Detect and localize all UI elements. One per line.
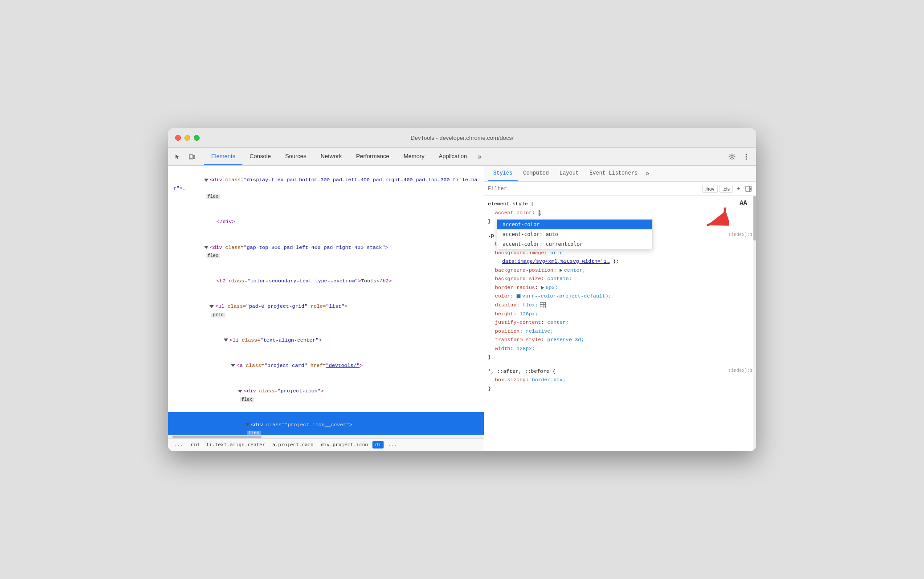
close-button[interactable] [175,135,181,141]
styles-tab-more[interactable]: » [643,170,652,177]
devtools-window: DevTools - developer.chrome.com/docs/ El… [168,128,756,451]
expand-icon-7[interactable] [231,364,235,367]
toggle-sidebar-icon[interactable] [744,185,752,193]
dom-line-6[interactable]: <li class="text-align-center"> [168,327,484,353]
css-rule-header-universal: *, ::after, ::before { (index):1 [488,367,752,376]
cls-button[interactable]: .cls [720,185,733,193]
breadcrumb-li[interactable]: li.text-align-center [204,441,268,449]
dom-scrollbar[interactable] [168,435,484,438]
css-bg-image-link[interactable]: data:image/svg+xml,%3Csvg width='1… ); [488,257,752,266]
styles-scrollbar[interactable] [753,196,756,451]
breadcrumb-dots[interactable]: ... [172,441,186,449]
styles-tab-event-listeners[interactable]: Event Listeners [584,166,643,181]
cursor-icon[interactable] [172,151,184,163]
tab-network[interactable]: Network [314,148,349,165]
expand-icon-6[interactable] [224,338,228,342]
css-prop-display: display: flex; [488,301,752,310]
add-style-icon[interactable]: + [735,185,743,193]
tab-memory[interactable]: Memory [397,148,432,165]
flex-badge-8: flex [240,397,254,402]
styles-tab-layout[interactable]: Layout [554,166,584,181]
dom-scrollbar-thumb[interactable] [172,436,262,438]
css-prop-height: height: 128px; [488,310,752,318]
css-prop-position: position: relative; [488,327,752,336]
triangle-icon-border[interactable] [541,286,544,290]
css-prop-border-radius: border-radius: 6px; [488,283,752,292]
tab-performance[interactable]: Performance [349,148,396,165]
toolbar-icons [172,151,202,163]
devtools-tabs: Elements Console Sources Network Perform… [204,148,726,165]
css-prop-bg-image: background-image: url( [488,249,752,257]
tab-elements[interactable]: Elements [204,148,242,165]
dom-breadcrumb: ... rid li.text-align-center a.project-c… [168,438,484,451]
styles-content[interactable]: AA element.style { accent-color: ; } acc… [484,196,756,451]
window-title: DevTools - developer.chrome.com/docs/ [410,135,513,141]
dom-line-4[interactable]: <h2 class="color-secondary-text type--ey… [168,269,484,294]
tab-application[interactable]: Application [432,148,474,165]
css-prop-bg-size: background-size: contain; [488,274,752,283]
breadcrumb-div-icon[interactable]: div.project-icon [318,441,371,449]
tab-console[interactable]: Console [242,148,278,165]
maximize-button[interactable] [194,135,200,141]
dom-content[interactable]: <div class="display-flex pad-bottom-300 … [168,166,484,435]
css-rule-selector-element: element.style { [488,200,752,208]
autocomplete-item-accent-color[interactable]: accent-color [497,220,652,229]
svg-line-10 [750,189,751,190]
styles-panel: Styles Computed Layout Event Listeners »… [484,166,756,451]
svg-line-9 [750,188,751,189]
titlebar: DevTools - developer.chrome.com/docs/ [168,128,756,148]
more-options-icon[interactable] [740,151,752,163]
css-prop-transform-style: transform-style: preserve-3d; [488,335,752,344]
autocomplete-dropdown[interactable]: accent-color accent-color: auto accent-c… [497,219,653,249]
minimize-button[interactable] [184,135,190,141]
svg-rect-1 [193,155,195,159]
expand-icon-3[interactable] [204,246,209,249]
svg-point-4 [746,154,747,155]
expand-icon-1[interactable] [204,179,209,182]
styles-tab-styles[interactable]: Styles [488,166,518,181]
toolbar-right-icons [726,151,752,163]
breadcrumb-more[interactable]: ... [385,441,400,449]
breadcrumb-rid[interactable]: rid [188,441,202,449]
hov-button[interactable]: :hov [702,185,718,193]
svg-point-6 [746,158,747,159]
css-prop-bg-position: background-position: center; [488,266,752,275]
styles-tabs: Styles Computed Layout Event Listeners » [484,166,756,182]
dom-line-7[interactable]: <a class="project-card" href="devtools/"… [168,353,484,379]
styles-scrollbar-thumb[interactable] [753,196,756,241]
breadcrumb-di[interactable]: di [372,441,384,449]
css-prop-width: width: 128px; [488,344,752,353]
autocomplete-item-currentcolor[interactable]: accent-color: currentcolor [497,239,652,249]
dom-line-3[interactable]: <div class="gap-top-300 pad-left-400 pad… [168,235,484,269]
breadcrumb-a[interactable]: a.project-card [270,441,316,449]
color-swatch[interactable] [516,294,521,298]
svg-point-5 [746,156,747,157]
css-rule-closing-p: } [488,353,752,362]
expand-icon-8[interactable] [238,390,242,393]
styles-filter-input[interactable] [488,186,699,192]
styles-tab-computed[interactable]: Computed [518,166,554,181]
devtools-toolbar: Elements Console Sources Network Perform… [168,148,756,166]
dom-line-8[interactable]: <div class="project-icon"> flex [168,379,484,412]
dom-line-9[interactable]: <div class="project-icon__cover"> flex =… [168,412,484,435]
dom-line-2[interactable]: </div> [168,209,484,235]
expand-icon-5[interactable] [209,305,214,308]
dom-line-1[interactable]: <div class="display-flex pad-bottom-300 … [168,167,484,209]
css-editing-property[interactable]: accent-color: ; [488,208,752,217]
css-prop-color: color: var(--color-project-default); [488,292,752,301]
more-tabs-button[interactable]: » [474,148,485,165]
svg-rect-7 [746,186,751,192]
dom-line-5[interactable]: <ul class="pad-0 project-grid" role="lis… [168,294,484,328]
devtools-main: <div class="display-flex pad-bottom-300 … [168,166,756,451]
expand-icon-9[interactable] [245,423,249,426]
css-rule-universal: *, ::after, ::before { (index):1 box-siz… [484,365,756,395]
aa-icon[interactable]: AA [740,200,747,207]
grid-icon[interactable] [540,302,546,308]
device-icon[interactable] [186,151,198,163]
tab-sources[interactable]: Sources [278,148,314,165]
flex-badge-9: flex [247,431,261,435]
triangle-icon-bg-pos[interactable] [560,269,562,272]
settings-icon[interactable] [726,151,738,163]
css-rule-closing-universal: } [488,384,752,393]
autocomplete-item-auto[interactable]: accent-color: auto [497,229,652,239]
